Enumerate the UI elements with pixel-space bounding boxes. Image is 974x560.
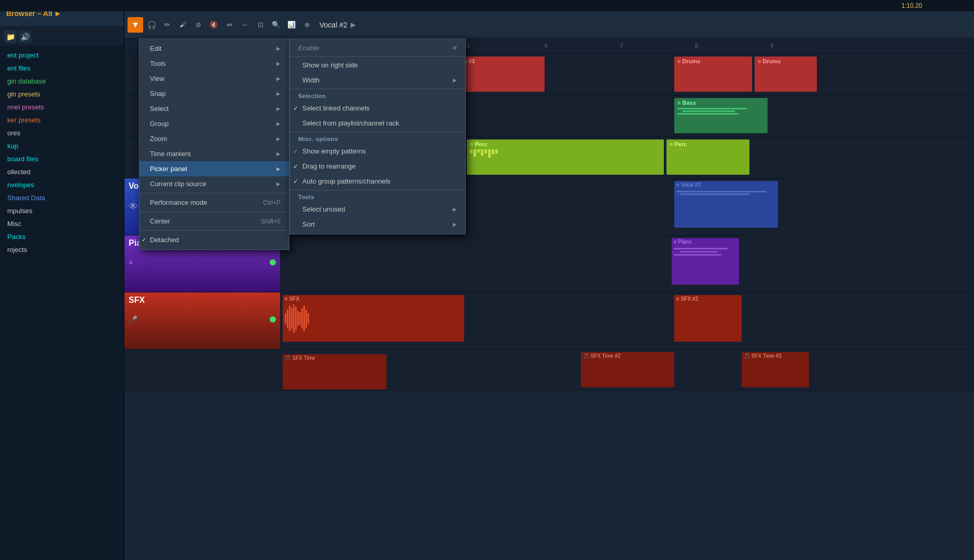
submenu-width-arrow: ▶ [453, 77, 457, 83]
submenu-select-linked-check: ✓ [293, 105, 298, 112]
submenu-item-width[interactable]: Width ▶ [290, 73, 465, 88]
menu-perf-label: Performance mode [150, 199, 207, 206]
menu-item-time-markers[interactable]: Time markers ▶ [140, 146, 289, 161]
menu-time-markers-label: Time markers [150, 150, 191, 158]
menu-tools-arrow: ▶ [276, 61, 281, 66]
submenu-item-select-from[interactable]: Select from playlist/channel rack [290, 116, 465, 131]
submenu-item-select-unused[interactable]: Select unused ▶ [290, 202, 465, 217]
menu-current-clip-label: Current clip source [150, 180, 206, 188]
context-menu-overlay: Edit ▶ Tools ▶ View ▶ Snap ▶ Select ▶ Gr… [0, 0, 974, 560]
menu-snap-arrow: ▶ [276, 91, 281, 96]
menu-edit-label: Edit [150, 45, 161, 52]
submenu-item-sort[interactable]: Sort ▶ [290, 217, 465, 232]
menu-group-label: Group [150, 120, 169, 128]
menu-separator-1 [140, 193, 289, 193]
submenu-show-right-label: Show on right side [302, 61, 358, 69]
menu-zoom-arrow: ▶ [276, 136, 281, 142]
submenu-item-show-empty[interactable]: ✓ Show empty patterns [290, 144, 465, 159]
menu-tools-label: Tools [150, 60, 165, 67]
menu-perf-shortcut: Ctrl+P [263, 199, 281, 206]
menu-item-snap[interactable]: Snap ▶ [140, 86, 289, 101]
submenu-enable-row[interactable]: Enable ✕ [290, 41, 465, 55]
submenu-separator-4 [290, 190, 465, 190]
menu-group-arrow: ▶ [276, 121, 281, 127]
menu-item-view[interactable]: View ▶ [140, 71, 289, 86]
submenu-item-select-linked[interactable]: ✓ Select linked channels [290, 101, 465, 116]
submenu-select-unused-arrow: ▶ [453, 206, 457, 212]
menu-detached-check: ✓ [142, 236, 146, 243]
menu-view-label: View [150, 75, 164, 82]
menu-picker-panel-label: Picker panel [150, 165, 187, 173]
submenu-item-auto-group[interactable]: ✓ Auto group patterns/channels [290, 174, 465, 189]
menu-item-performance-mode[interactable]: Performance mode Ctrl+P [140, 195, 289, 210]
submenu-section-selection: Selection [290, 90, 465, 101]
submenu-auto-group-label: Auto group patterns/channels [302, 177, 391, 185]
submenu-show-empty-check: ✓ [293, 148, 298, 155]
submenu-separator-3 [290, 132, 465, 132]
submenu-auto-group-check: ✓ [293, 178, 298, 185]
menu-item-select[interactable]: Select ▶ [140, 101, 289, 116]
submenu-select-unused-label: Select unused [302, 205, 345, 213]
submenu-section-tools: Tools [290, 191, 465, 202]
menu-edit-arrow: ▶ [276, 46, 281, 51]
menu-item-edit[interactable]: Edit ▶ [140, 41, 289, 56]
submenu-drag-label: Drag to rearrange [302, 162, 356, 170]
submenu-sort-label: Sort [302, 220, 315, 228]
submenu-item-show-right[interactable]: Show on right side [290, 58, 465, 73]
submenu-picker-panel: Enable ✕ Show on right side Width ▶ Sele… [289, 38, 466, 234]
menu-select-label: Select [150, 105, 169, 113]
submenu-select-from-label: Select from playlist/channel rack [302, 119, 399, 127]
menu-select-arrow: ▶ [276, 106, 281, 111]
submenu-item-drag-rearrange[interactable]: ✓ Drag to rearrange [290, 159, 465, 174]
submenu-separator-1 [290, 56, 465, 57]
menu-separator-3 [140, 230, 289, 231]
submenu-separator-2 [290, 89, 465, 89]
submenu-drag-check: ✓ [293, 163, 298, 170]
menu-item-tools[interactable]: Tools ▶ [140, 56, 289, 71]
menu-snap-label: Snap [150, 90, 165, 97]
menu-view-arrow: ▶ [276, 76, 281, 81]
submenu-sort-arrow: ▶ [453, 221, 457, 227]
context-menu-primary: Edit ▶ Tools ▶ View ▶ Snap ▶ Select ▶ Gr… [139, 38, 289, 250]
menu-zoom-label: Zoom [150, 135, 167, 143]
menu-separator-2 [140, 212, 289, 212]
menu-item-current-clip[interactable]: Current clip source ▶ [140, 176, 289, 191]
menu-center-shortcut: Shift+0 [261, 218, 281, 225]
app-container: 1:10.20 Browser – All ▶ 📁 🔊 ent project … [0, 0, 974, 560]
menu-center-label: Center [150, 217, 170, 225]
menu-item-center[interactable]: Center Shift+0 [140, 214, 289, 229]
menu-detached-label: Detached [150, 236, 179, 244]
menu-picker-panel-arrow: ▶ [276, 166, 281, 172]
menu-current-clip-arrow: ▶ [276, 181, 281, 187]
submenu-section-misc: Misc. options [290, 133, 465, 144]
submenu-show-empty-label: Show empty patterns [302, 147, 366, 155]
menu-item-detached[interactable]: ✓ Detached [140, 232, 289, 247]
menu-item-zoom[interactable]: Zoom ▶ [140, 131, 289, 146]
menu-time-markers-arrow: ▶ [276, 151, 281, 157]
submenu-width-label: Width [302, 76, 319, 84]
menu-item-group[interactable]: Group ▶ [140, 116, 289, 131]
submenu-enable-label: Enable [298, 44, 319, 52]
menu-item-picker-panel[interactable]: Picker panel ▶ [140, 161, 289, 176]
submenu-select-linked-label: Select linked channels [302, 104, 369, 112]
submenu-enable-x: ✕ [451, 44, 457, 52]
